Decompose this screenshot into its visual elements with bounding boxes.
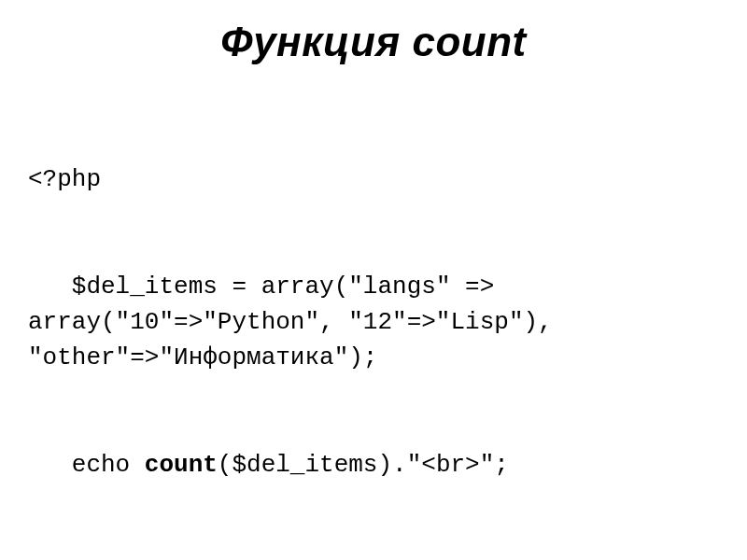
code-line: // выведет 2: [28, 554, 719, 560]
code-line: echo count($del_items)."<br>";: [28, 448, 719, 483]
slide-title: Функция count: [28, 19, 719, 65]
code-text: $del_items = array("langs" =>: [28, 273, 509, 301]
code-text: <?php: [28, 165, 101, 193]
code-block: <?php $del_items = array("langs" => arra…: [28, 91, 719, 560]
code-line: <?php: [28, 162, 719, 198]
code-line: $del_items = array("langs" => array("10"…: [28, 270, 719, 376]
code-text: ($del_items)."<br>";: [218, 451, 509, 479]
code-text: array("10"=>"Python", "12"=>"Lisp"), "ot…: [28, 308, 567, 371]
code-text: echo: [28, 451, 145, 479]
slide: Функция count <?php $del_items = array("…: [0, 0, 747, 560]
code-keyword: count: [145, 451, 218, 479]
